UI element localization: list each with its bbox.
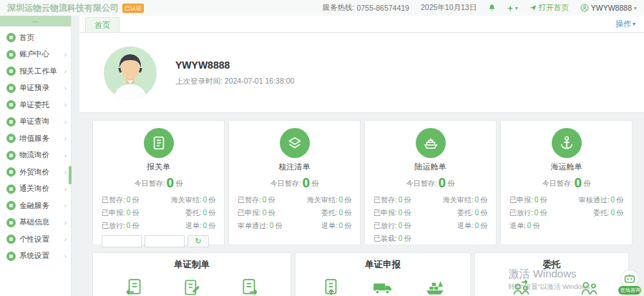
sidebar-item-personal-settings[interactable]: 个性设置›	[0, 231, 71, 248]
online-chat-widget[interactable]: 在线咨询	[618, 270, 641, 295]
action-manifest-land[interactable]: 舱单(陆运)	[366, 278, 399, 296]
chevron-right-icon: ›	[64, 235, 67, 243]
sidebar-item-doc-preentry[interactable]: 单证预录›	[0, 80, 71, 97]
chevron-right-icon: ›	[64, 152, 67, 159]
finance-icon	[6, 201, 16, 210]
main-area: 首页 操作▾ YWYW8888 上次登录时间: 2024-07-01 16:38…	[79, 16, 644, 296]
stat: 退单:0份	[171, 221, 215, 231]
plus-icon: +	[507, 3, 513, 14]
chevron-right-icon: ›	[64, 219, 67, 227]
profile-section: YWYW8888 上次登录时间: 2024-07-01 16:38:00	[79, 33, 644, 113]
trustee-people-icon	[579, 278, 599, 296]
panel-doc-declare: 单证申报 报关单 舱单(陆运) 舱单(海运)	[295, 252, 471, 296]
stat: 已申报:0份	[374, 208, 411, 218]
panel-doc-creation: 单证制单 报关单(进口) 原始舱单(转运进口) 报关单(出口)	[92, 252, 291, 296]
tab-home[interactable]: 首页	[85, 17, 119, 32]
stat: 审核通过:0份	[579, 195, 623, 205]
stat: 委托:0份	[579, 208, 623, 218]
doc-import-icon	[125, 278, 143, 296]
truck-icon	[373, 278, 393, 296]
caret-down-icon: ▾	[634, 5, 637, 11]
logistics-icon	[6, 151, 16, 160]
sidebar-item-home[interactable]: 首页	[0, 29, 71, 46]
quick-add-menu[interactable]: + ▾	[507, 3, 518, 14]
stat: 退单:0份	[307, 221, 351, 231]
stat: 已装载:0份	[374, 234, 411, 244]
sidebar-item-finance-services[interactable]: 金融服务›	[0, 197, 71, 214]
action-declaration-import[interactable]: 报关单(进口)	[117, 278, 150, 296]
chevron-right-icon: ›	[64, 202, 67, 209]
caret-down-icon: ▾	[515, 5, 518, 11]
declaration-search-input-1[interactable]	[102, 235, 142, 247]
action-manifest-ocean[interactable]: 舱单(海运)	[419, 278, 452, 296]
doc-upload-icon	[322, 278, 341, 296]
account-icon	[6, 50, 16, 59]
card-land-manifest: 陆运舱单 今日暂存:0份 已暂存:0份 已申报:0份 已放行:0份 已装载:0份…	[364, 120, 497, 245]
action-original-manifest[interactable]: 原始舱单(转运进口)	[175, 278, 209, 296]
ship-icon	[425, 278, 445, 296]
stat: 已暂存:0份	[374, 195, 411, 205]
stat: 委托:0份	[307, 208, 351, 218]
hotline: 服务热线:0755-86574419	[322, 3, 409, 13]
delegate-people-icon	[512, 278, 532, 296]
chevron-right-icon: ›	[64, 252, 67, 260]
stat: 退单:0份	[443, 221, 487, 231]
chevron-right-icon: ›	[64, 67, 67, 75]
chevron-right-icon: ›	[64, 168, 67, 176]
profile-username: YWYW8888	[175, 59, 294, 71]
chevron-right-icon: ›	[64, 118, 67, 126]
sidebar-item-logistics-quote[interactable]: 物流询价›	[0, 147, 71, 164]
sidebar-item-account-center[interactable]: 账户中心›	[0, 46, 71, 64]
sidebar-item-clearance-quote[interactable]: 通关询价›	[0, 181, 71, 198]
stat: 委托:0份	[443, 208, 487, 218]
clearance-icon	[6, 184, 16, 194]
sidebar-item-customs-worksheet[interactable]: 报关工作单›	[0, 63, 71, 80]
doc-export-icon	[240, 278, 259, 296]
sidebar-scrollbar-thumb[interactable]	[69, 166, 72, 184]
stat: 海关审结:0份	[443, 195, 487, 205]
system-settings-icon	[6, 252, 16, 261]
action-declaration-export[interactable]: 报关单(出口)	[233, 278, 266, 296]
tab-strip: 首页 操作▾	[79, 16, 644, 33]
refresh-icon: ↻	[195, 237, 201, 245]
sidebar-item-value-services[interactable]: 增值服务›	[0, 130, 71, 147]
stat: 已放行:0份	[509, 208, 547, 218]
stat: 审单通过:0份	[238, 221, 282, 231]
doc-edit-icon	[182, 278, 201, 296]
sidebar-collapse-button[interactable]: —	[0, 16, 71, 26]
user-menu[interactable]: YWYW8888 ▾	[580, 4, 637, 12]
last-login: 上次登录时间: 2024-07-01 16:38:00	[175, 77, 294, 87]
action-declare-declaration[interactable]: 报关单	[315, 278, 348, 296]
checklist-icon	[280, 128, 310, 158]
sidebar: — 首页 账户中心› 报关工作单› 单证预录› 单证委托› 单证查询› 增值服务…	[0, 16, 72, 296]
caret-down-icon: ▾	[633, 21, 635, 27]
stat: 已暂存:0份	[102, 195, 139, 205]
quick-action-panels: 单证制单 报关单(进口) 原始舱单(转运进口) 报关单(出口)	[92, 252, 633, 296]
open-home-link[interactable]: 打开首页	[530, 3, 569, 13]
send-icon	[530, 4, 537, 11]
sidebar-item-trade-quote[interactable]: 外贸询价›	[0, 164, 71, 181]
chevron-right-icon: ›	[64, 134, 67, 142]
refresh-button[interactable]: ↻	[187, 235, 209, 247]
sidebar-item-doc-query[interactable]: 单证查询›	[0, 114, 71, 131]
action-delegation-mgmt[interactable]: 委托管理	[505, 278, 538, 296]
stat: 已申报:0份	[238, 208, 282, 218]
sidebar-item-doc-delegation[interactable]: 单证委托›	[0, 97, 71, 114]
stat: 已放行:0份	[102, 221, 139, 231]
declaration-doc-icon	[144, 128, 174, 158]
card-declaration: 报关单 今日暂存:0份 已暂存:0份 已申报:0份 已放行:0份 海关审结:0份…	[92, 120, 225, 245]
sidebar-item-basic-info[interactable]: 基础信息›	[0, 214, 71, 232]
sidebar-item-system-settings[interactable]: 系统设置›	[0, 248, 71, 265]
action-dropdown[interactable]: 操作▾	[615, 19, 635, 29]
stat: 已申报:0份	[102, 208, 139, 218]
chevron-right-icon: ›	[64, 185, 67, 193]
personal-settings-icon	[6, 235, 16, 244]
chevron-right-icon: ›	[64, 51, 67, 59]
notification-bell-icon[interactable]	[488, 4, 496, 12]
stat: 退单:0份	[509, 221, 547, 231]
chevron-right-icon: ›	[64, 101, 67, 109]
stat: 已暂存:0份	[238, 195, 282, 205]
action-trustee-mgmt[interactable]: 受托管理	[572, 278, 605, 296]
stat: 已放行:0份	[374, 221, 411, 231]
declaration-search-input-2[interactable]	[145, 235, 185, 247]
